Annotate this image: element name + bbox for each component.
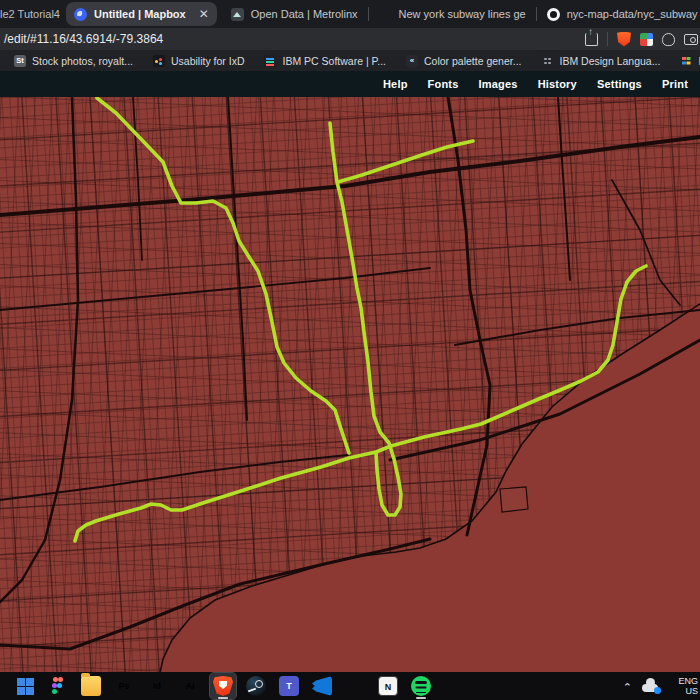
studio-menu-images[interactable]: Images bbox=[479, 78, 518, 90]
brave-icon bbox=[213, 676, 233, 696]
bookmark-label: IBM PC Software | P... bbox=[282, 55, 386, 67]
brave-doc-favicon-icon bbox=[379, 8, 392, 21]
teams-taskbar-button[interactable]: T bbox=[276, 673, 302, 699]
extension-icon[interactable] bbox=[662, 33, 675, 46]
mapbox-studio-toolbar: HelpFontsImagesHistorySettingsPrint bbox=[0, 71, 700, 97]
browser-tab-strip: Module2 Tutorial4 -Untitled | Mapbox✕Ope… bbox=[0, 0, 700, 28]
figma-icon bbox=[48, 676, 68, 696]
mapbox-map[interactable] bbox=[0, 97, 700, 672]
explorer-icon bbox=[81, 676, 101, 696]
tab-close-icon[interactable]: ✕ bbox=[199, 8, 209, 20]
bookmark-label: Stock photos, royalt... bbox=[32, 55, 133, 67]
mapbox-favicon-icon bbox=[74, 8, 87, 21]
bookmark-label: Color palette gener... bbox=[424, 55, 521, 67]
tab[interactable]: nyc-map-data/nyc_subway bbox=[537, 0, 700, 28]
bookmark-st-icon: St bbox=[14, 55, 26, 67]
tab-clipped[interactable]: Module2 Tutorial4 - bbox=[0, 0, 60, 28]
bookmark-label: IBM Design Langua... bbox=[559, 55, 660, 67]
figma-taskbar-button[interactable] bbox=[45, 673, 71, 699]
cinema4d-taskbar-button[interactable] bbox=[342, 673, 368, 699]
brave-shield-icon[interactable] bbox=[617, 32, 631, 47]
illustrator-taskbar-button[interactable]: Ai bbox=[177, 673, 203, 699]
tab-title: New york subway lines ge bbox=[399, 8, 526, 20]
bookmark-item[interactable]: IBM Design Langua... bbox=[533, 53, 668, 69]
brave-shield-wrap[interactable] bbox=[617, 32, 631, 47]
tab-title: Untitled | Mapbox bbox=[94, 8, 186, 20]
bookmark-label: Usability for IxD bbox=[171, 55, 245, 67]
divider bbox=[607, 32, 608, 46]
bookmark-item[interactable]: StStock photos, royalt... bbox=[6, 53, 141, 69]
bookmark-ibmdl-icon bbox=[541, 55, 553, 67]
photoshop-icon: Ps bbox=[114, 676, 134, 696]
studio-menu-history[interactable]: History bbox=[538, 78, 577, 90]
bookmark-ibmpc-icon bbox=[264, 55, 276, 67]
bookmark-win-icon bbox=[680, 55, 692, 67]
share-icon[interactable] bbox=[585, 33, 598, 46]
running-indicator bbox=[218, 697, 228, 699]
bookmark-ixd-icon bbox=[153, 55, 165, 67]
harbour-pier bbox=[500, 487, 528, 512]
studio-menu-help[interactable]: Help bbox=[383, 78, 408, 90]
screen: Module2 Tutorial4 -Untitled | Mapbox✕Ope… bbox=[0, 0, 700, 700]
start-icon bbox=[15, 676, 35, 696]
steam-taskbar-button[interactable] bbox=[243, 673, 269, 699]
bookmark-item[interactable]: «Color palette gener... bbox=[398, 53, 529, 69]
steam-icon bbox=[246, 676, 266, 696]
teams-icon: T bbox=[279, 676, 299, 696]
spotify-taskbar-button[interactable] bbox=[408, 673, 434, 699]
github-favicon-icon bbox=[547, 8, 560, 21]
photoshop-taskbar-button[interactable]: Ps bbox=[111, 673, 137, 699]
cinema4d-icon bbox=[345, 676, 365, 696]
spotify-icon bbox=[411, 676, 431, 696]
explorer-taskbar-button[interactable] bbox=[78, 673, 104, 699]
bookmarks-bar: StStock photos, royalt...Usability for I… bbox=[0, 50, 700, 71]
screen-search-icon[interactable] bbox=[684, 34, 698, 45]
studio-menu-settings[interactable]: Settings bbox=[597, 78, 642, 90]
language-indicator[interactable]: ENG US bbox=[670, 676, 700, 696]
start-taskbar-button[interactable] bbox=[12, 673, 38, 699]
address-url[interactable]: /edit/#11.16/43.6914/-79.3864 bbox=[0, 32, 585, 46]
tab-title: Open Data | Metrolinx bbox=[251, 8, 358, 20]
illustrator-icon: Ai bbox=[180, 676, 200, 696]
bookmark-cp-icon: « bbox=[406, 55, 418, 67]
metrolinx-favicon-icon bbox=[231, 8, 244, 21]
tab-title: nyc-map-data/nyc_subway bbox=[567, 8, 698, 20]
palette-extension-icon[interactable] bbox=[640, 33, 653, 46]
browser-address-bar[interactable]: /edit/#11.16/43.6914/-79.3864 bbox=[0, 28, 700, 50]
tab[interactable]: New york subway lines ge bbox=[369, 0, 536, 28]
address-bar-actions bbox=[585, 32, 700, 47]
running-indicator bbox=[416, 697, 426, 699]
notion-icon: N bbox=[378, 676, 398, 696]
vscode-icon bbox=[312, 676, 332, 696]
studio-menu-print[interactable]: Print bbox=[662, 78, 688, 90]
tray-chevron-icon[interactable]: ⌃ bbox=[623, 681, 632, 694]
bookmark-item[interactable]: Microsoft Windows... bbox=[672, 53, 700, 69]
bookmark-item[interactable]: Usability for IxD bbox=[145, 53, 253, 69]
studio-menu-fonts[interactable]: Fonts bbox=[428, 78, 459, 90]
tab-active[interactable]: Untitled | Mapbox✕ bbox=[66, 2, 217, 26]
taskbar-apps: PsIdAiTN bbox=[0, 673, 434, 699]
vscode-taskbar-button[interactable] bbox=[309, 673, 335, 699]
map-canvas[interactable] bbox=[0, 97, 700, 672]
notion-taskbar-button[interactable]: N bbox=[375, 673, 401, 699]
tab[interactable]: Open Data | Metrolinx bbox=[221, 0, 368, 28]
indesign-icon: Id bbox=[147, 676, 167, 696]
onedrive-cloud-icon[interactable] bbox=[642, 680, 660, 692]
brave-taskbar-button[interactable] bbox=[210, 673, 236, 699]
windows-taskbar: PsIdAiTN ⌃ ENG US bbox=[0, 672, 700, 700]
bookmark-item[interactable]: IBM PC Software | P... bbox=[256, 53, 394, 69]
system-tray: ⌃ ENG US bbox=[623, 676, 700, 696]
indesign-taskbar-button[interactable]: Id bbox=[144, 673, 170, 699]
